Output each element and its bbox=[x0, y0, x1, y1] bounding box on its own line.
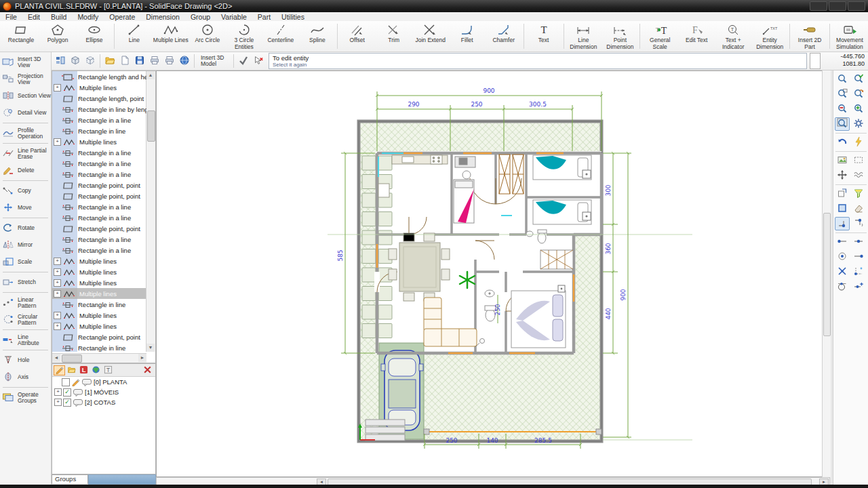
snap-perpendicular-button[interactable] bbox=[851, 265, 866, 279]
cancel-selection-button[interactable] bbox=[251, 54, 266, 68]
floor-plan-drawing[interactable]: 900 290 250 300.5 585 300 360 440 900 25… bbox=[157, 71, 830, 477]
insert-3d-model-button[interactable]: Insert 3D Model bbox=[197, 54, 231, 68]
minimize-button[interactable] bbox=[810, 1, 827, 11]
tree-item-rectangle-in-line-by-length[interactable]: Rectangle in line by length bbox=[52, 104, 146, 115]
window-controls[interactable] bbox=[810, 1, 865, 11]
tool-3-circle-entities[interactable]: 3 Circle Entities bbox=[226, 21, 262, 52]
tool-trim[interactable]: Trim bbox=[376, 21, 412, 52]
sidebar-item-circular-pattern[interactable]: Circular Pattern bbox=[0, 311, 51, 328]
tree-item-multiple-lines[interactable]: +Multiple lines bbox=[52, 288, 146, 299]
expand-icon[interactable]: + bbox=[54, 399, 62, 406]
double-bed[interactable] bbox=[511, 285, 566, 348]
edit-pencil-button[interactable] bbox=[54, 365, 65, 375]
tree-item-rectangle-in-line[interactable]: Rectangle in line bbox=[52, 125, 146, 136]
expand-icon[interactable]: + bbox=[54, 268, 61, 276]
tool-movement-simulation[interactable]: Movement Simulation bbox=[831, 21, 868, 52]
sidebar-item-mirror[interactable]: Mirror bbox=[0, 237, 51, 253]
tree-vertical-scrollbar[interactable]: ▲ ▼ bbox=[146, 71, 155, 352]
stair-closet[interactable] bbox=[540, 250, 573, 269]
pan-button[interactable] bbox=[835, 169, 850, 182]
tree-item-rectangle-point-point[interactable]: Rectangle point, point bbox=[52, 331, 146, 342]
tree-item-rectangle-length-point[interactable]: Rectangle length, point bbox=[52, 93, 146, 104]
snap-intersection-button[interactable] bbox=[835, 265, 850, 279]
view-settings-gear-button[interactable] bbox=[851, 117, 866, 131]
sidebar-item-detail-view[interactable]: Detail View bbox=[0, 104, 51, 121]
menu-file[interactable]: File bbox=[0, 13, 22, 21]
group-item-2-cotas[interactable]: +✓[2] COTAS bbox=[52, 397, 155, 407]
group-item-1-m-veis[interactable]: +✓[1] MÓVEIS bbox=[52, 387, 155, 397]
save-button[interactable] bbox=[132, 54, 147, 68]
tree-item-rectangle-point-point[interactable]: Rectangle point, point bbox=[52, 180, 146, 190]
snap-center-button[interactable] bbox=[835, 250, 850, 264]
scroll-thumb[interactable] bbox=[62, 354, 82, 363]
menu-group[interactable]: Group bbox=[185, 13, 216, 21]
confirm-check-button[interactable] bbox=[236, 54, 251, 68]
sidebar-item-insert-3d-view[interactable]: Insert 3D View bbox=[0, 54, 51, 70]
tree-item-rectangle-in-a-line[interactable]: Rectangle in a line bbox=[52, 147, 146, 158]
new-document-button[interactable] bbox=[117, 54, 132, 68]
sidebar-item-scale[interactable]: Scale bbox=[0, 253, 51, 270]
smooth-display-button[interactable] bbox=[851, 169, 866, 182]
snap-settings-button[interactable] bbox=[835, 217, 850, 230]
sidebar-item-move[interactable]: Move bbox=[0, 199, 51, 216]
zoom-box-button[interactable] bbox=[835, 117, 850, 131]
sidebar-item-operate-groups[interactable]: Operate Groups bbox=[0, 389, 51, 406]
expand-icon[interactable]: + bbox=[54, 323, 61, 330]
scroll-left-arrow[interactable]: ◄ bbox=[52, 354, 60, 362]
menu-modify[interactable]: Modify bbox=[72, 13, 104, 21]
tool-line[interactable]: Line bbox=[116, 21, 153, 52]
tool-join-extend[interactable]: Join Extend bbox=[412, 21, 449, 52]
zoom-selection-button[interactable] bbox=[835, 87, 850, 101]
tool-text-indicator[interactable]: TText + Indicator bbox=[715, 21, 751, 52]
tree-item-multiple-lines[interactable]: +Multiple lines bbox=[52, 82, 146, 93]
zoom-out-button[interactable] bbox=[835, 102, 850, 116]
visibility-checkbox[interactable] bbox=[62, 378, 70, 386]
expand-icon[interactable]: + bbox=[54, 84, 61, 92]
zoom-previous-button[interactable] bbox=[851, 87, 866, 101]
tree-horizontal-scrollbar[interactable]: ◄ ► bbox=[52, 353, 146, 363]
insert-view-button[interactable] bbox=[835, 187, 850, 201]
sidebar-item-stretch[interactable]: Stretch bbox=[0, 274, 51, 291]
tool-line-dimension[interactable]: Line Dimension bbox=[565, 21, 601, 52]
menu-operate[interactable]: Operate bbox=[104, 13, 140, 21]
undo-button[interactable] bbox=[835, 136, 850, 149]
title-bar[interactable]: PLANTA CIVIL.SLFDRW - [0.PLANTA] - Solid… bbox=[0, 0, 868, 12]
menu-bar[interactable]: FileEditBuildModifyOperateDimensionGroup… bbox=[0, 12, 868, 22]
tree-item-rectangle-in-line[interactable]: Rectangle in line bbox=[52, 299, 146, 310]
snap-tangent-button[interactable] bbox=[835, 280, 850, 293]
close-panel-button[interactable] bbox=[142, 365, 153, 375]
sidebar-item-linear-pattern[interactable]: Linear Pattern bbox=[0, 294, 51, 311]
tree-item-rectangle-point-point[interactable]: Rectangle point, point bbox=[52, 223, 146, 234]
visibility-checkbox[interactable]: ✓ bbox=[63, 399, 71, 407]
tree-item-rectangle-in-line[interactable]: Rectangle in line bbox=[52, 342, 146, 352]
scroll-down-arrow[interactable]: ▼ bbox=[146, 344, 155, 352]
print-preview-button[interactable] bbox=[162, 54, 177, 68]
tree-item-rectangle-length-and-heigh[interactable]: Rectangle length and heigh bbox=[52, 71, 146, 82]
tool-insert-2d-part[interactable]: Insert 2D Part bbox=[791, 21, 828, 52]
tree-item-multiple-lines[interactable]: +Multiple lines bbox=[52, 310, 146, 321]
tree-item-rectangle-in-a-line[interactable]: Rectangle in a line bbox=[52, 212, 146, 223]
render-view-button[interactable] bbox=[835, 154, 850, 167]
scroll-right-arrow[interactable]: ► bbox=[138, 354, 146, 362]
tool-ellipse[interactable]: Ellipse bbox=[76, 21, 113, 52]
3d-box-alt-button[interactable] bbox=[83, 54, 98, 68]
scroll-thumb[interactable] bbox=[823, 213, 831, 336]
filter-button[interactable] bbox=[851, 187, 866, 201]
tool-general-scale[interactable]: TTGeneral Scale bbox=[642, 21, 678, 52]
snap-insert-button[interactable] bbox=[851, 280, 866, 293]
regenerate-button[interactable] bbox=[851, 136, 866, 149]
zoom-in-button[interactable] bbox=[851, 102, 866, 116]
tree-item-multiple-lines[interactable]: +Multiple lines bbox=[52, 266, 146, 277]
tool-offset[interactable]: Offset bbox=[339, 21, 376, 52]
tool-text[interactable]: TText bbox=[526, 21, 562, 52]
tree-item-multiple-lines[interactable]: +Multiple lines bbox=[52, 321, 146, 331]
3d-box-button[interactable] bbox=[68, 54, 83, 68]
menu-edit[interactable]: Edit bbox=[22, 13, 45, 21]
expand-icon[interactable]: + bbox=[54, 388, 62, 396]
menu-dimension[interactable]: Dimension bbox=[140, 13, 185, 21]
open-folder-button[interactable] bbox=[66, 365, 77, 375]
grid-button[interactable] bbox=[835, 202, 850, 216]
tool-point-dimension[interactable]: Point Dimension bbox=[601, 21, 638, 52]
zoom-all-button[interactable] bbox=[851, 73, 866, 86]
print-button[interactable] bbox=[147, 54, 162, 68]
